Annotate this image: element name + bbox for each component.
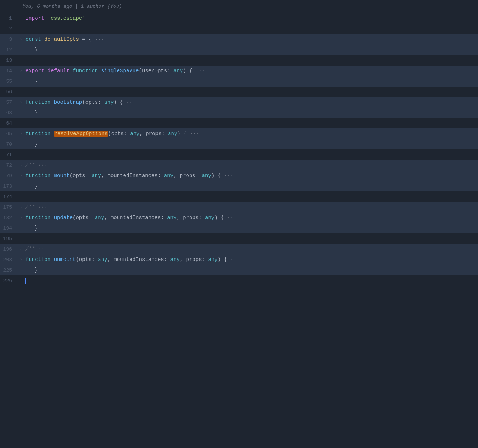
code-line-72: 72 › /** ···	[0, 160, 478, 170]
code-line-1: 1 import 'css.escape'	[0, 13, 478, 24]
line-number-64: 64	[0, 121, 18, 126]
fold-arrow-79[interactable]: ›	[18, 173, 24, 178]
code-line-79: 79 › function mount(opts: any, mountedIn…	[0, 170, 478, 181]
code-content-70: }	[24, 140, 37, 148]
code-line-194: 194 }	[0, 223, 478, 233]
line-number-225: 225	[0, 267, 18, 273]
code-line-175: 175 › /** ···	[0, 202, 478, 212]
line-number-203: 203	[0, 257, 18, 263]
line-number-3: 3	[0, 37, 18, 42]
code-line-57: 57 › function bootstrap(opts: any) { ···	[0, 97, 478, 108]
code-line-3: 3 › const defaultOpts = { ···	[0, 34, 478, 45]
code-line-63: 63 }	[0, 108, 478, 118]
code-line-56: 56	[0, 87, 478, 97]
code-line-203: 203 › function unmount(opts: any, mounte…	[0, 254, 478, 265]
code-line-174: 174	[0, 191, 478, 202]
code-content-196: /** ···	[24, 245, 48, 253]
fold-arrow-175[interactable]: ›	[18, 205, 24, 209]
line-number-13: 13	[0, 58, 18, 63]
code-line-225: 225 }	[0, 265, 478, 275]
code-line-173: 173 }	[0, 181, 478, 191]
git-blame: You, 6 months ago | 1 author (You)	[0, 0, 478, 13]
fold-arrow-72[interactable]: ›	[18, 163, 24, 167]
line-number-174: 174	[0, 194, 18, 200]
line-number-57: 57	[0, 100, 18, 105]
line-number-14: 14	[0, 68, 18, 74]
fold-arrow-196[interactable]: ›	[18, 247, 24, 251]
code-content-226	[24, 277, 26, 285]
line-number-175: 175	[0, 205, 18, 210]
code-line-12: 12 }	[0, 45, 478, 55]
fold-arrow-182[interactable]: ›	[18, 215, 24, 220]
fold-arrow-203[interactable]: ›	[18, 257, 24, 262]
line-number-196: 196	[0, 246, 18, 252]
line-number-63: 63	[0, 110, 18, 116]
code-content-65: function resolveAppOptions(opts: any, pr…	[24, 130, 199, 138]
line-number-195: 195	[0, 236, 18, 242]
line-number-173: 173	[0, 184, 18, 189]
fold-arrow-65[interactable]: ›	[18, 131, 24, 136]
code-content-173: }	[24, 182, 37, 190]
code-line-182: 182 › function update(opts: any, mounted…	[0, 212, 478, 223]
code-content-203: function unmount(opts: any, mountedInsta…	[24, 256, 239, 264]
line-number-194: 194	[0, 225, 18, 231]
code-content-225: }	[24, 266, 37, 274]
line-number-65: 65	[0, 131, 18, 137]
code-content-79: function mount(opts: any, mountedInstanc…	[24, 172, 233, 180]
code-content-1: import 'css.escape'	[24, 15, 85, 22]
code-content-175: /** ···	[24, 203, 48, 211]
fold-arrow-3[interactable]: ›	[18, 37, 24, 42]
code-line-196: 196 › /** ···	[0, 244, 478, 254]
fold-arrow-14[interactable]: ›	[18, 69, 24, 73]
code-line-71: 71	[0, 149, 478, 160]
line-number-56: 56	[0, 89, 18, 95]
line-number-72: 72	[0, 163, 18, 168]
line-number-70: 70	[0, 142, 18, 147]
code-line-195: 195	[0, 233, 478, 244]
code-content-12: }	[24, 46, 37, 54]
code-line-2: 2	[0, 24, 478, 34]
code-line-55: 55 }	[0, 76, 478, 87]
line-number-79: 79	[0, 173, 18, 179]
code-line-65: 65 › function resolveAppOptions(opts: an…	[0, 128, 478, 139]
line-number-2: 2	[0, 26, 18, 32]
fold-arrow-57[interactable]: ›	[18, 100, 24, 105]
code-editor: You, 6 months ago | 1 author (You) 1 imp…	[0, 0, 478, 448]
line-number-12: 12	[0, 47, 18, 53]
code-content-55: }	[24, 78, 37, 85]
line-number-182: 182	[0, 215, 18, 221]
code-content-194: }	[24, 224, 37, 232]
code-line-226: 226	[0, 275, 478, 286]
code-line-14: 14 › export default function singleSpaVu…	[0, 66, 478, 76]
code-content-72: /** ···	[24, 161, 48, 169]
code-content-63: }	[24, 109, 37, 117]
code-line-70: 70 }	[0, 139, 478, 149]
line-number-71: 71	[0, 152, 18, 158]
line-number-1: 1	[0, 16, 18, 21]
code-content-14: export default function singleSpaVue(use…	[24, 67, 205, 75]
code-content-182: function update(opts: any, mountedInstan…	[24, 214, 236, 222]
code-content-3: const defaultOpts = { ···	[24, 36, 104, 43]
line-number-226: 226	[0, 278, 18, 284]
code-line-64: 64	[0, 118, 478, 128]
code-line-13: 13	[0, 55, 478, 66]
line-number-55: 55	[0, 79, 18, 84]
code-content-57: function bootstrap(opts: any) { ···	[24, 99, 136, 106]
